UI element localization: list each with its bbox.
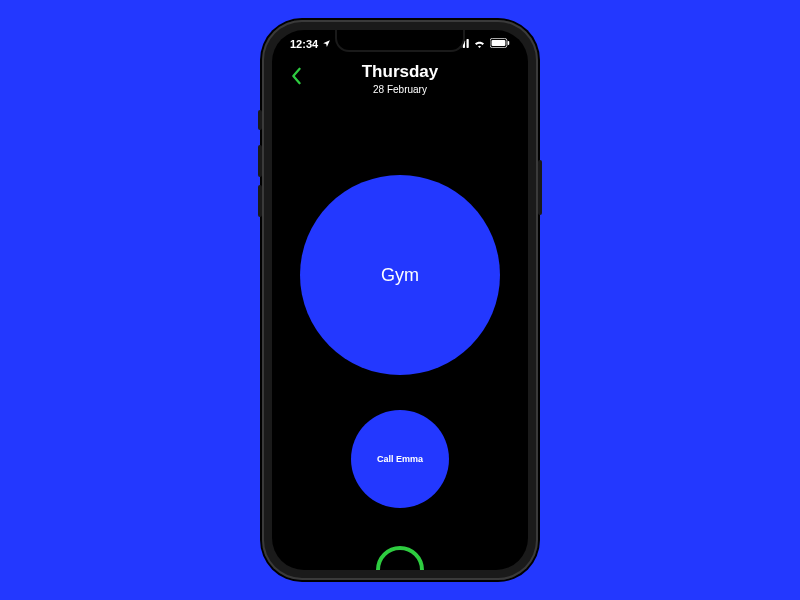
add-button[interactable]: [376, 546, 424, 570]
volume-up-button[interactable]: [258, 145, 262, 177]
svg-rect-5: [492, 40, 506, 46]
svg-rect-3: [467, 39, 469, 48]
back-button[interactable]: [286, 66, 306, 86]
day-title: Thursday: [272, 62, 528, 82]
screen: 12:34: [272, 30, 528, 570]
battery-icon: [490, 38, 510, 50]
task-label: Gym: [381, 265, 419, 286]
svg-rect-6: [508, 41, 510, 45]
phone-frame: 12:34: [262, 20, 538, 580]
notch: [335, 30, 465, 52]
date-subtitle: 28 February: [272, 84, 528, 95]
wifi-icon: [473, 38, 486, 50]
mute-switch[interactable]: [258, 110, 262, 130]
header: Thursday 28 February: [272, 62, 528, 95]
chevron-left-icon: [290, 67, 302, 85]
location-icon: [322, 38, 331, 50]
power-button[interactable]: [538, 160, 542, 215]
task-bubble-primary[interactable]: Gym: [300, 175, 500, 375]
status-time: 12:34: [290, 38, 318, 50]
volume-down-button[interactable]: [258, 185, 262, 217]
task-bubble-secondary[interactable]: Call Emma: [351, 410, 449, 508]
task-label: Call Emma: [377, 454, 423, 464]
